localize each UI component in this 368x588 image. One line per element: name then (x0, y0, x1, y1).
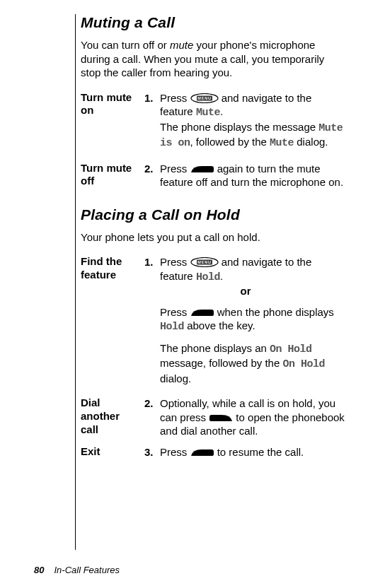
t: dialog. (294, 136, 328, 148)
mono-text: Hold (160, 321, 184, 333)
page-footer: 80In-Call Features (34, 565, 120, 575)
mono-text: Hold (196, 271, 220, 283)
menu-button-icon: MENU (190, 93, 219, 103)
footer-title: In-Call Features (54, 565, 119, 575)
row-turn-mute-off: Turn mute off 2. Press again to turn the… (81, 162, 347, 189)
or-divider: or (144, 284, 347, 298)
step-number: 2. (144, 162, 160, 189)
section-title-hold: Placing a Call on Hold (81, 206, 347, 223)
row-label: Find the feature (81, 255, 144, 392)
intro-hold: Your phone lets you put a call on hold. (81, 230, 347, 245)
t: above the key. (184, 319, 255, 331)
step: 1. Press MENU and navigate to the featur… (144, 91, 347, 120)
step-text: Press MENU and navigate to the feature M… (160, 91, 347, 120)
step: 2. Press again to turn the mute feature … (144, 162, 347, 189)
t: Press (160, 446, 190, 458)
t: . (220, 105, 223, 117)
row-label: Dial another call (81, 396, 144, 438)
t: message, followed by the (160, 357, 282, 369)
t: , followed by the (190, 136, 270, 148)
step: 2. Optionally, while a call is on hold, … (144, 396, 347, 438)
row-label: Exit (81, 445, 144, 459)
svg-text:MENU: MENU (197, 260, 211, 264)
row-body: 2. Press again to turn the mute feature … (144, 162, 347, 189)
t: . (220, 270, 223, 282)
paragraph: Press when the phone displays Hold above… (160, 305, 347, 334)
svg-text:MENU: MENU (197, 96, 211, 100)
row-body: 1. Press MENU and navigate to the featur… (144, 91, 347, 158)
row-body: 2. Optionally, while a call is on hold, … (144, 396, 347, 438)
t: The phone displays an (160, 342, 270, 354)
t: when the phone displays (214, 306, 334, 318)
t: The phone displays the message (160, 121, 318, 133)
intro-text: Your phone lets you put a call on hold. (81, 231, 260, 243)
t: Press (160, 256, 190, 268)
t: dialog. (160, 372, 191, 384)
step: 3. Press to resume the call. (144, 445, 347, 459)
row-body: 3. Press to resume the call. (144, 445, 347, 459)
mono-text: Mute (196, 107, 220, 119)
row-dial-another: Dial another call 2. Optionally, while a… (81, 396, 347, 438)
step: 1. Press MENU and navigate to the featur… (144, 255, 347, 284)
step-number: 2. (144, 396, 160, 438)
menu-button-icon: MENU (190, 257, 219, 267)
step-number: 1. (144, 255, 160, 284)
vertical-rule (75, 14, 76, 550)
soft-key-right-icon (190, 165, 214, 173)
row-turn-mute-on: Turn mute on 1. Press MENU and navigate … (81, 91, 347, 158)
t: Press (160, 306, 190, 318)
step-number: 3. (144, 445, 160, 459)
mono-text: On Hold (282, 358, 325, 370)
page-number: 80 (34, 565, 44, 575)
step-text: Press again to turn the mute feature off… (160, 162, 347, 189)
row-exit: Exit 3. Press to resume the call. (81, 445, 347, 459)
step-text: Optionally, while a call is on hold, you… (160, 396, 347, 438)
mono-text: On Hold (270, 343, 312, 355)
soft-key-right-icon (190, 448, 214, 457)
intro-muting: You can turn off or mute your phone's mi… (81, 38, 347, 80)
t: Press (160, 92, 190, 104)
paragraph: The phone displays the message Mute is o… (160, 120, 347, 151)
row-label: Turn mute off (81, 162, 144, 189)
intro-em: mute (170, 39, 193, 51)
soft-key-left-icon (209, 413, 233, 422)
t: Press (160, 163, 190, 175)
paragraph: The phone displays an On Hold message, f… (160, 341, 347, 386)
row-label: Turn mute on (81, 91, 144, 158)
intro-text: You can turn off or (81, 39, 170, 51)
step-number: 1. (144, 91, 160, 120)
soft-key-right-icon (190, 308, 214, 317)
t: to resume the call. (214, 446, 304, 458)
row-body: 1. Press MENU and navigate to the featur… (144, 255, 347, 392)
mono-text: Mute (270, 137, 294, 149)
step-text: Press MENU and navigate to the feature H… (160, 255, 347, 284)
section-title-muting: Muting a Call (81, 14, 347, 31)
row-find-feature: Find the feature 1. Press MENU and navig… (81, 255, 347, 392)
page-content: Muting a Call You can turn off or mute y… (81, 14, 347, 459)
step-text: Press to resume the call. (160, 445, 347, 459)
